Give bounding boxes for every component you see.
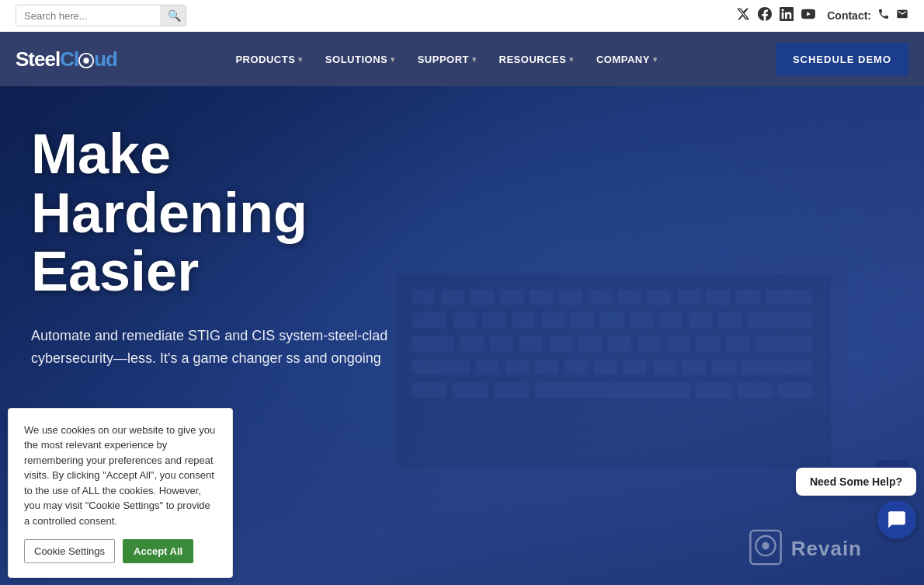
nav-resources[interactable]: RESOURCES ▾ [490,47,583,71]
svg-rect-35 [608,336,631,352]
phone-icon[interactable] [877,8,890,23]
svg-rect-36 [637,336,661,352]
nav-solutions[interactable]: SOLUTIONS ▾ [316,47,405,71]
resources-chevron-icon: ▾ [569,55,574,64]
svg-rect-10 [589,290,612,305]
svg-rect-20 [512,313,535,329]
main-nav: SteelClud PRODUCTS ▾ SOLUTIONS ▾ SUPPORT… [0,32,924,86]
svg-rect-56 [696,383,731,399]
schedule-demo-button[interactable]: SCHEDULE DEMO [776,43,908,76]
youtube-icon[interactable] [801,7,815,25]
twitter-icon[interactable] [736,7,750,25]
svg-rect-23 [600,313,624,329]
svg-rect-39 [726,336,749,352]
svg-rect-19 [482,313,505,329]
help-widget: Need Some Help? [796,468,916,539]
svg-rect-11 [618,290,641,305]
svg-rect-47 [624,360,647,375]
nav-company[interactable]: COMPANY ▾ [587,47,666,71]
search-input[interactable] [16,6,160,26]
cookie-accept-button[interactable]: Accept All [123,539,193,563]
svg-rect-24 [630,313,653,329]
svg-rect-33 [549,336,572,352]
logo-text: Steel [16,47,60,71]
svg-rect-54 [494,383,529,399]
search-button[interactable]: 🔍 [160,5,186,26]
svg-rect-15 [736,290,759,305]
svg-rect-27 [718,313,742,329]
svg-rect-45 [564,360,588,375]
nav-links: PRODUCTS ▾ SOLUTIONS ▾ SUPPORT ▾ RESOURC… [117,47,776,71]
svg-rect-49 [683,360,706,375]
linkedin-icon[interactable] [780,7,794,25]
svg-rect-28 [748,313,812,329]
svg-rect-55 [535,383,690,399]
hero-title: Make Hardening Easier [31,125,450,301]
svg-rect-34 [578,336,602,352]
social-icons [736,7,815,25]
svg-rect-16 [766,290,812,305]
cookie-buttons: Cookie Settings Accept All [24,539,217,563]
svg-rect-13 [677,290,700,305]
nav-support[interactable]: SUPPORT ▾ [408,47,486,71]
svg-point-1 [83,57,89,63]
svg-rect-50 [712,360,735,375]
svg-rect-12 [648,290,671,305]
svg-rect-9 [559,290,582,305]
email-icon[interactable] [896,8,908,23]
svg-rect-8 [530,290,553,305]
hero-content: Make Hardening Easier Automate and remed… [0,86,481,408]
cookie-settings-button[interactable]: Cookie Settings [24,539,115,563]
cookie-banner: We use cookies on our website to give yo… [8,408,233,579]
svg-rect-51 [742,360,812,375]
products-chevron-icon: ▾ [298,55,303,64]
svg-rect-7 [500,290,523,305]
search-icon: 🔍 [168,9,181,22]
svg-point-61 [762,542,769,549]
svg-rect-37 [667,336,690,352]
help-bubble: Need Some Help? [796,468,916,496]
contact-block: Contact: [827,8,908,23]
svg-rect-43 [505,360,529,375]
svg-rect-21 [541,313,564,329]
solutions-chevron-icon: ▾ [391,55,395,64]
svg-rect-40 [756,336,812,352]
hero-subtitle: Automate and remediate STIG and CIS syst… [31,325,450,370]
svg-rect-26 [689,313,712,329]
svg-rect-44 [535,360,558,375]
company-chevron-icon: ▾ [653,55,658,64]
revain-logo-icon [746,528,785,570]
svg-rect-48 [653,360,676,375]
svg-rect-46 [594,360,617,375]
cookie-text: We use cookies on our website to give yo… [24,423,217,529]
support-chevron-icon: ▾ [472,55,477,64]
contact-label: Contact: [827,9,871,22]
top-bar: 🔍 [0,0,924,32]
hero-section: Make Hardening Easier Automate and remed… [0,86,924,585]
facebook-icon[interactable] [758,7,772,25]
svg-rect-58 [779,383,812,399]
svg-rect-31 [490,336,513,352]
site-logo[interactable]: SteelClud [16,47,117,71]
top-bar-right: Contact: [736,7,908,25]
revain-text: Revain [791,537,862,561]
help-chat-button[interactable] [877,500,916,539]
logo-cloud-text: Clud [60,47,117,71]
nav-products[interactable]: PRODUCTS ▾ [226,47,311,71]
svg-rect-32 [519,336,543,352]
search-form: 🔍 [16,5,186,26]
svg-rect-14 [707,290,730,305]
svg-rect-25 [659,313,683,329]
svg-rect-22 [571,313,594,329]
svg-rect-38 [696,336,720,352]
svg-rect-57 [738,383,773,399]
